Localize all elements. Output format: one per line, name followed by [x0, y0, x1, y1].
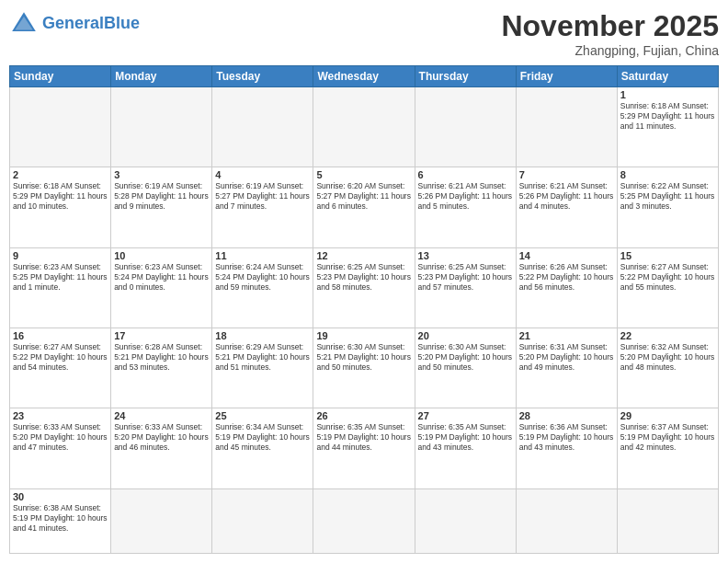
col-wednesday: Wednesday	[313, 66, 415, 87]
table-row	[516, 488, 617, 553]
table-row: 9Sunrise: 6:23 AM Sunset: 5:25 PM Daylig…	[10, 247, 111, 327]
day-info: Sunrise: 6:30 AM Sunset: 5:20 PM Dayligh…	[418, 342, 513, 373]
day-info: Sunrise: 6:35 AM Sunset: 5:19 PM Dayligh…	[316, 422, 411, 453]
day-number: 3	[114, 169, 209, 180]
day-number: 12	[316, 250, 411, 261]
day-info: Sunrise: 6:36 AM Sunset: 5:19 PM Dayligh…	[519, 422, 614, 453]
day-number: 16	[13, 330, 108, 341]
table-row: 1Sunrise: 6:18 AM Sunset: 5:29 PM Daylig…	[617, 87, 718, 167]
day-info: Sunrise: 6:18 AM Sunset: 5:29 PM Dayligh…	[13, 181, 108, 212]
table-row: 23Sunrise: 6:33 AM Sunset: 5:20 PM Dayli…	[10, 408, 111, 488]
calendar-week-row: 2Sunrise: 6:18 AM Sunset: 5:29 PM Daylig…	[10, 167, 719, 247]
day-info: Sunrise: 6:24 AM Sunset: 5:24 PM Dayligh…	[215, 262, 310, 293]
day-info: Sunrise: 6:27 AM Sunset: 5:22 PM Dayligh…	[620, 262, 715, 293]
day-number: 27	[418, 410, 513, 421]
calendar-week-row: 9Sunrise: 6:23 AM Sunset: 5:25 PM Daylig…	[10, 247, 719, 327]
col-thursday: Thursday	[415, 66, 516, 87]
col-sunday: Sunday	[10, 66, 111, 87]
table-row: 12Sunrise: 6:25 AM Sunset: 5:23 PM Dayli…	[313, 247, 415, 327]
day-info: Sunrise: 6:19 AM Sunset: 5:27 PM Dayligh…	[215, 181, 310, 212]
header: GeneralBlue November 2025 Zhangping, Fuj…	[9, 9, 719, 58]
day-number: 17	[114, 330, 209, 341]
col-monday: Monday	[111, 66, 212, 87]
day-number: 5	[316, 169, 411, 180]
calendar-week-row: 1Sunrise: 6:18 AM Sunset: 5:29 PM Daylig…	[10, 87, 719, 167]
calendar-week-row: 16Sunrise: 6:27 AM Sunset: 5:22 PM Dayli…	[10, 327, 719, 408]
day-number: 21	[519, 330, 614, 341]
day-number: 7	[519, 169, 614, 180]
table-row: 20Sunrise: 6:30 AM Sunset: 5:20 PM Dayli…	[415, 327, 516, 408]
logo-icon	[9, 9, 39, 39]
table-row: 24Sunrise: 6:33 AM Sunset: 5:20 PM Dayli…	[111, 408, 212, 488]
calendar-page: GeneralBlue November 2025 Zhangping, Fuj…	[0, 0, 728, 563]
day-info: Sunrise: 6:26 AM Sunset: 5:22 PM Dayligh…	[519, 262, 614, 293]
logo: GeneralBlue	[9, 9, 140, 39]
table-row: 16Sunrise: 6:27 AM Sunset: 5:22 PM Dayli…	[10, 327, 111, 408]
table-row	[617, 488, 718, 553]
day-number: 19	[316, 330, 411, 341]
table-row: 15Sunrise: 6:27 AM Sunset: 5:22 PM Dayli…	[617, 247, 718, 327]
table-row: 27Sunrise: 6:35 AM Sunset: 5:19 PM Dayli…	[415, 408, 516, 488]
day-number: 4	[215, 169, 310, 180]
day-number: 11	[215, 250, 310, 261]
day-info: Sunrise: 6:33 AM Sunset: 5:20 PM Dayligh…	[114, 422, 209, 453]
day-number: 23	[13, 410, 108, 421]
table-row	[212, 87, 313, 167]
day-info: Sunrise: 6:35 AM Sunset: 5:19 PM Dayligh…	[418, 422, 513, 453]
day-info: Sunrise: 6:20 AM Sunset: 5:27 PM Dayligh…	[316, 181, 411, 212]
logo-text: GeneralBlue	[42, 15, 140, 33]
day-info: Sunrise: 6:25 AM Sunset: 5:23 PM Dayligh…	[316, 262, 411, 293]
day-number: 8	[620, 169, 715, 180]
calendar-table: Sunday Monday Tuesday Wednesday Thursday…	[9, 65, 719, 554]
day-number: 24	[114, 410, 209, 421]
table-row: 19Sunrise: 6:30 AM Sunset: 5:21 PM Dayli…	[313, 327, 415, 408]
calendar-header-row: Sunday Monday Tuesday Wednesday Thursday…	[10, 66, 719, 87]
table-row: 4Sunrise: 6:19 AM Sunset: 5:27 PM Daylig…	[212, 167, 313, 247]
table-row	[516, 87, 617, 167]
table-row: 17Sunrise: 6:28 AM Sunset: 5:21 PM Dayli…	[111, 327, 212, 408]
table-row: 5Sunrise: 6:20 AM Sunset: 5:27 PM Daylig…	[313, 167, 415, 247]
col-tuesday: Tuesday	[212, 66, 313, 87]
day-number: 6	[418, 169, 513, 180]
title-block: November 2025 Zhangping, Fujian, China	[501, 9, 719, 58]
day-info: Sunrise: 6:28 AM Sunset: 5:21 PM Dayligh…	[114, 342, 209, 373]
day-number: 1	[620, 89, 715, 100]
day-info: Sunrise: 6:22 AM Sunset: 5:25 PM Dayligh…	[620, 181, 715, 212]
table-row: 25Sunrise: 6:34 AM Sunset: 5:19 PM Dayli…	[212, 408, 313, 488]
day-number: 29	[620, 410, 715, 421]
day-number: 20	[418, 330, 513, 341]
day-number: 2	[13, 169, 108, 180]
day-number: 9	[13, 250, 108, 261]
location: Zhangping, Fujian, China	[501, 43, 719, 58]
day-number: 18	[215, 330, 310, 341]
table-row: 30Sunrise: 6:38 AM Sunset: 5:19 PM Dayli…	[10, 488, 111, 553]
day-info: Sunrise: 6:21 AM Sunset: 5:26 PM Dayligh…	[418, 181, 513, 212]
table-row	[10, 87, 111, 167]
day-info: Sunrise: 6:21 AM Sunset: 5:26 PM Dayligh…	[519, 181, 614, 212]
day-number: 25	[215, 410, 310, 421]
day-info: Sunrise: 6:31 AM Sunset: 5:20 PM Dayligh…	[519, 342, 614, 373]
table-row	[111, 488, 212, 553]
table-row: 7Sunrise: 6:21 AM Sunset: 5:26 PM Daylig…	[516, 167, 617, 247]
calendar-week-row: 30Sunrise: 6:38 AM Sunset: 5:19 PM Dayli…	[10, 488, 719, 553]
table-row: 28Sunrise: 6:36 AM Sunset: 5:19 PM Dayli…	[516, 408, 617, 488]
day-info: Sunrise: 6:29 AM Sunset: 5:21 PM Dayligh…	[215, 342, 310, 373]
day-info: Sunrise: 6:34 AM Sunset: 5:19 PM Dayligh…	[215, 422, 310, 453]
table-row: 6Sunrise: 6:21 AM Sunset: 5:26 PM Daylig…	[415, 167, 516, 247]
day-number: 30	[13, 491, 108, 502]
logo-general: General	[42, 14, 104, 32]
day-info: Sunrise: 6:37 AM Sunset: 5:19 PM Dayligh…	[620, 422, 715, 453]
table-row	[111, 87, 212, 167]
day-number: 22	[620, 330, 715, 341]
calendar-week-row: 23Sunrise: 6:33 AM Sunset: 5:20 PM Dayli…	[10, 408, 719, 488]
day-info: Sunrise: 6:25 AM Sunset: 5:23 PM Dayligh…	[418, 262, 513, 293]
day-info: Sunrise: 6:23 AM Sunset: 5:24 PM Dayligh…	[114, 262, 209, 293]
table-row	[313, 87, 415, 167]
table-row	[415, 87, 516, 167]
table-row: 11Sunrise: 6:24 AM Sunset: 5:24 PM Dayli…	[212, 247, 313, 327]
day-info: Sunrise: 6:27 AM Sunset: 5:22 PM Dayligh…	[13, 342, 108, 373]
col-saturday: Saturday	[617, 66, 718, 87]
table-row: 14Sunrise: 6:26 AM Sunset: 5:22 PM Dayli…	[516, 247, 617, 327]
table-row: 10Sunrise: 6:23 AM Sunset: 5:24 PM Dayli…	[111, 247, 212, 327]
month-title: November 2025	[501, 9, 719, 43]
